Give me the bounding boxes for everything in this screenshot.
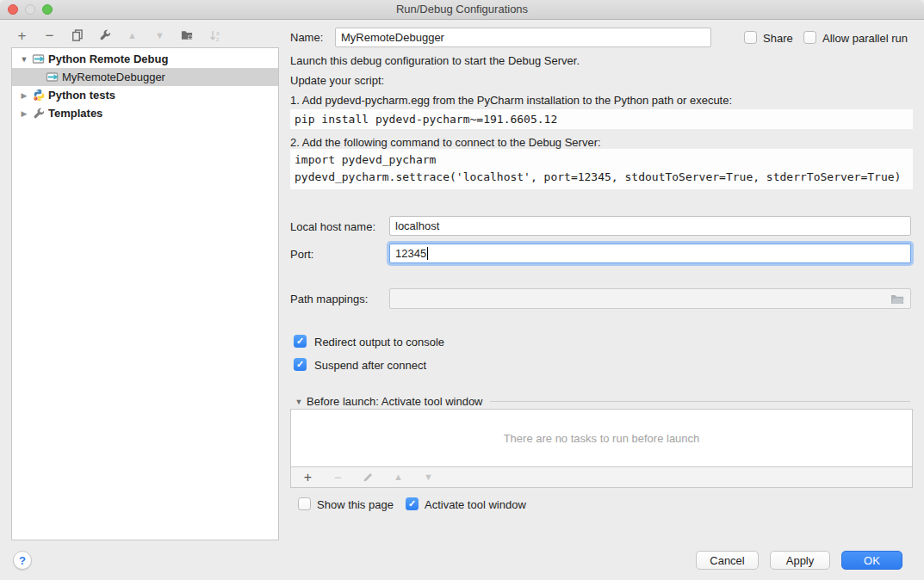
plus-icon: + bbox=[304, 471, 312, 484]
show-this-page-label[interactable]: Show this page bbox=[317, 498, 394, 511]
cancel-button[interactable]: Cancel bbox=[696, 551, 759, 570]
title-bar: Run/Debug Configurations bbox=[0, 0, 924, 20]
disclosure-closed-icon[interactable]: ▶ bbox=[17, 91, 31, 100]
copy-icon bbox=[71, 29, 84, 41]
check-icon: ✓ bbox=[296, 336, 304, 346]
step1-text: 1. Add pydevd-pycharm.egg from the PyCha… bbox=[290, 94, 732, 107]
move-down-button[interactable]: ▼ bbox=[152, 28, 168, 44]
redirect-output-checkbox[interactable]: ✓ bbox=[294, 335, 307, 348]
share-checkbox[interactable] bbox=[744, 31, 757, 44]
show-this-page-checkbox[interactable] bbox=[298, 497, 311, 510]
disclosure-open-icon[interactable]: ▼ bbox=[17, 55, 31, 64]
suspend-after-connect-label[interactable]: Suspend after connect bbox=[314, 359, 426, 372]
apply-button[interactable]: Apply bbox=[770, 551, 830, 570]
ok-button[interactable]: OK bbox=[841, 551, 902, 570]
help-icon: ? bbox=[19, 554, 26, 567]
triangle-down-icon: ▼ bbox=[155, 31, 164, 40]
templates-wrench-icon bbox=[31, 108, 47, 120]
local-host-label: Local host name: bbox=[290, 220, 375, 233]
name-label: Name: bbox=[290, 31, 323, 44]
remove-configuration-button[interactable]: − bbox=[41, 28, 58, 44]
edit-defaults-button[interactable] bbox=[96, 28, 113, 44]
port-label: Port: bbox=[290, 248, 313, 261]
wrench-icon bbox=[99, 29, 111, 41]
configurations-tree: ▼ Python Remote Debug MyRemoteDebugger ▶… bbox=[11, 47, 279, 540]
help-button[interactable]: ? bbox=[13, 551, 32, 570]
tree-item-label: MyRemoteDebugger bbox=[62, 71, 165, 83]
section-divider bbox=[490, 401, 910, 402]
tree-item-label: Python Remote Debug bbox=[48, 52, 168, 65]
disclosure-closed-icon[interactable]: ▶ bbox=[17, 109, 31, 118]
activate-tool-window-checkbox[interactable]: ✓ bbox=[406, 497, 419, 510]
svg-text:a: a bbox=[216, 29, 220, 35]
code-line-1: import pydevd_pycharm bbox=[295, 151, 908, 169]
remote-debug-config-icon bbox=[31, 53, 47, 65]
step2-text: 2. Add the following command to connect … bbox=[290, 136, 601, 149]
name-input[interactable] bbox=[335, 28, 711, 47]
window-title: Run/Debug Configurations bbox=[0, 0, 924, 19]
local-host-input[interactable] bbox=[389, 216, 911, 236]
browse-mappings-button[interactable] bbox=[890, 294, 904, 305]
disclosure-open-icon[interactable]: ▼ bbox=[294, 398, 304, 406]
before-launch-title: Before launch: Activate tool window bbox=[307, 395, 483, 408]
create-folder-button[interactable] bbox=[179, 28, 195, 44]
path-mappings-label: Path mappings: bbox=[290, 293, 368, 305]
before-launch-toolbar: + − ▲ ▼ bbox=[290, 466, 913, 488]
tree-item-label: Templates bbox=[48, 107, 102, 120]
activate-tool-window-label[interactable]: Activate tool window bbox=[425, 498, 526, 511]
empty-tasks-text: There are no tasks to run before launch bbox=[504, 432, 700, 445]
check-icon: ✓ bbox=[296, 360, 304, 369]
allow-parallel-run-checkbox[interactable] bbox=[803, 31, 816, 44]
before-launch-task-list[interactable]: There are no tasks to run before launch bbox=[290, 409, 913, 467]
code-line-2: pydevd_pycharm.settrace('localhost', por… bbox=[295, 169, 908, 186]
run-debug-configurations-dialog: { "window": { "title": "Run/Debug Config… bbox=[0, 0, 924, 580]
share-label[interactable]: Share bbox=[763, 32, 793, 45]
python-tests-icon bbox=[31, 89, 47, 102]
configurations-toolbar: + − ▲ ▼ az bbox=[14, 26, 223, 45]
sort-configurations-button[interactable]: az bbox=[207, 28, 223, 44]
triangle-up-icon: ▲ bbox=[127, 31, 137, 40]
tree-item-label: Python tests bbox=[48, 89, 115, 102]
remove-task-button[interactable]: − bbox=[330, 469, 346, 485]
edit-task-button[interactable] bbox=[360, 469, 376, 485]
suspend-after-connect-checkbox[interactable]: ✓ bbox=[294, 358, 307, 371]
copy-configuration-button[interactable] bbox=[69, 28, 85, 44]
before-launch-header[interactable]: ▼ Before launch: Activate tool window bbox=[294, 395, 910, 408]
minus-icon: − bbox=[334, 471, 342, 484]
sort-az-icon: az bbox=[209, 29, 221, 42]
tree-item-myremotedebugger[interactable]: MyRemoteDebugger bbox=[12, 68, 278, 86]
new-folder-icon bbox=[181, 29, 194, 41]
intro-text: Launch this debug configuration to start… bbox=[290, 54, 580, 67]
folder-icon bbox=[890, 294, 904, 305]
settrace-code-block: import pydevd_pycharm pydevd_pycharm.set… bbox=[290, 149, 913, 189]
redirect-output-label[interactable]: Redirect output to console bbox=[314, 336, 444, 349]
plus-icon: + bbox=[18, 28, 27, 43]
port-value: 12345 bbox=[395, 247, 426, 260]
check-icon: ✓ bbox=[408, 499, 416, 509]
path-mappings-field[interactable] bbox=[389, 288, 911, 309]
add-configuration-button[interactable]: + bbox=[14, 28, 30, 44]
update-script-heading: Update your script: bbox=[290, 74, 384, 87]
move-task-up-button[interactable]: ▲ bbox=[390, 469, 406, 485]
minus-icon: − bbox=[46, 28, 54, 43]
triangle-up-icon: ▲ bbox=[394, 472, 403, 482]
text-caret bbox=[427, 247, 428, 260]
remote-debug-config-icon bbox=[45, 71, 60, 83]
tree-item-templates[interactable]: ▶ Templates bbox=[12, 104, 278, 122]
tree-item-python-tests[interactable]: ▶ Python tests bbox=[12, 86, 278, 104]
triangle-down-icon: ▼ bbox=[424, 472, 433, 482]
port-input[interactable]: 12345 bbox=[389, 244, 911, 263]
allow-parallel-run-label[interactable]: Allow parallel run bbox=[822, 32, 908, 45]
move-up-button[interactable]: ▲ bbox=[124, 28, 140, 44]
pip-install-command: pip install pydevd-pycharm~=191.6605.12 bbox=[290, 109, 913, 129]
pencil-icon bbox=[363, 472, 374, 483]
tree-item-python-remote-debug[interactable]: ▼ Python Remote Debug bbox=[12, 50, 278, 68]
move-task-down-button[interactable]: ▼ bbox=[420, 469, 437, 485]
svg-text:z: z bbox=[216, 36, 220, 42]
add-task-button[interactable]: + bbox=[300, 469, 316, 485]
